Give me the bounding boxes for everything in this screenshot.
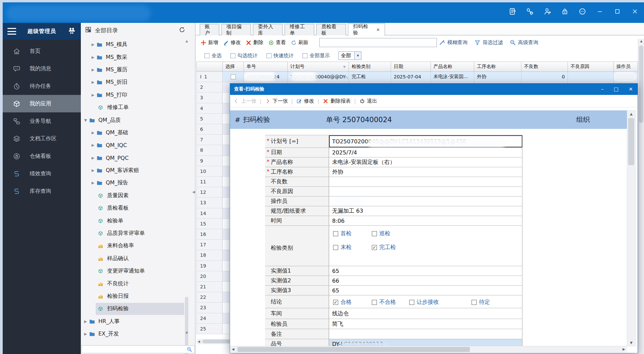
checkbox-icon[interactable] bbox=[204, 53, 210, 58]
delete-button[interactable]: 删除 bbox=[246, 39, 263, 46]
add-button[interactable]: 新增 bbox=[200, 39, 218, 46]
edit-button[interactable]: 修改 bbox=[223, 39, 241, 46]
next-record-button[interactable]: 下一张 bbox=[265, 98, 288, 104]
tree-item-folder[interactable]: ▶QM_PQC bbox=[81, 152, 195, 164]
chevron-right-icon[interactable]: ▶ bbox=[91, 131, 95, 135]
tree-item-folder[interactable]: ▶EX_开发 bbox=[81, 328, 195, 340]
sidebar-item-3[interactable]: 待办任务 bbox=[3, 77, 81, 95]
tree-item-chart[interactable]: 来料合格率 bbox=[81, 240, 195, 252]
checkbox-icon[interactable] bbox=[372, 300, 377, 305]
tree-item-chart[interactable]: 样品确认 bbox=[81, 252, 195, 265]
delete-report-button[interactable]: 删除报表 bbox=[323, 98, 351, 104]
checkbox-icon[interactable] bbox=[333, 245, 338, 250]
tab-账户[interactable]: 账户 bbox=[200, 24, 219, 35]
advanced-search-button[interactable]: 高级查询 bbox=[510, 39, 538, 46]
chevron-right-icon[interactable]: ▶ bbox=[84, 319, 88, 324]
checkbox-icon[interactable] bbox=[266, 53, 271, 58]
chevron-right-icon[interactable]: ▶ bbox=[91, 68, 95, 72]
dialog-close-icon[interactable]: ✕ bbox=[629, 87, 633, 92]
filter-button[interactable]: 筛选过滤 bbox=[474, 39, 503, 46]
key-settings-icon[interactable] bbox=[525, 7, 534, 16]
grid-hscrollbar[interactable]: ◀ bbox=[197, 339, 230, 344]
switch-role-icon[interactable] bbox=[67, 27, 76, 36]
scroll-up-icon[interactable]: ▲ bbox=[638, 39, 644, 43]
tree-item-cube[interactable]: 质量因素 bbox=[81, 189, 195, 202]
column-filter-icon[interactable] bbox=[342, 65, 347, 70]
chevron-right-icon[interactable]: ▶ bbox=[91, 156, 95, 160]
chevron-right-icon[interactable]: ▶ bbox=[91, 80, 95, 84]
tab-项目编制[interactable]: 项目编制 bbox=[221, 24, 251, 35]
tree-item-folder[interactable]: ▶MS_履历 bbox=[81, 64, 195, 76]
sidebar-item-6[interactable]: 文档工作区 bbox=[3, 130, 81, 147]
tree-scrollbar[interactable]: ▲ ▼ bbox=[185, 39, 189, 344]
dialog-hscrollbar[interactable]: ◀ ▶ bbox=[230, 346, 627, 353]
switch-user-icon[interactable] bbox=[543, 7, 552, 16]
view-button[interactable]: 查看 bbox=[268, 39, 286, 46]
menu-toggle-icon[interactable] bbox=[7, 28, 16, 35]
tree-item-cube[interactable]: 变更评审通知单 bbox=[81, 265, 195, 277]
tree-item-folder[interactable]: ▶MS_打印 bbox=[81, 89, 195, 101]
table-row[interactable]: I125070400024TO25070200040@@DY-...完工检202… bbox=[196, 72, 638, 82]
collapse-panel-icon[interactable]: ◀ bbox=[192, 190, 195, 194]
checkbox-option-末检[interactable]: 末检 bbox=[333, 244, 352, 251]
scrollbar-thumb[interactable] bbox=[237, 347, 470, 352]
type-dropdown[interactable]: 全部▼ bbox=[339, 51, 361, 60]
sidebar-item-8[interactable]: 绩效查询 bbox=[3, 165, 81, 182]
tree-refresh-icon[interactable] bbox=[179, 26, 186, 35]
sidebar-item-7[interactable]: 仓储看板 bbox=[3, 147, 81, 165]
checkbox-icon[interactable] bbox=[230, 53, 235, 58]
tab-扫码检验[interactable]: 扫码检验✕ bbox=[348, 23, 385, 36]
filter-checkbox-4[interactable]: 全部显示 bbox=[302, 52, 330, 59]
chevron-right-icon[interactable]: ▶ bbox=[84, 332, 88, 336]
scrollbar-thumb[interactable] bbox=[639, 45, 643, 123]
sidebar-item-4[interactable]: 我的应用 bbox=[3, 95, 81, 112]
checkbox-icon[interactable] bbox=[472, 300, 477, 305]
scroll-down-icon[interactable]: ▼ bbox=[185, 331, 189, 335]
scroll-left-icon[interactable]: ◀ bbox=[232, 347, 234, 351]
dialog-vscrollbar[interactable]: ▲ ▼ bbox=[627, 110, 636, 346]
scroll-up-icon[interactable]: ▲ bbox=[627, 112, 635, 116]
tree-item-folder[interactable]: ▶QM_报告 bbox=[81, 177, 195, 189]
exit-button[interactable]: 退出 bbox=[359, 98, 377, 104]
dialog-title-bar[interactable]: 查看-扫码检验 –□✕ bbox=[230, 83, 638, 95]
checkbox-icon[interactable] bbox=[409, 300, 414, 305]
tree-item-folder[interactable]: ▶MS_模具 bbox=[81, 38, 195, 51]
tree-item-cube[interactable]: 检验单 bbox=[81, 214, 195, 227]
checkbox-option-待定[interactable]: 待定 bbox=[472, 298, 490, 306]
scroll-up-icon[interactable]: ▲ bbox=[185, 39, 189, 43]
filter-checkbox-3[interactable]: 快速统计 bbox=[266, 52, 294, 59]
chevron-right-icon[interactable]: ▶ bbox=[91, 42, 95, 47]
scrollbar-thumb[interactable] bbox=[628, 118, 634, 165]
checkbox-icon[interactable] bbox=[333, 231, 338, 236]
checkbox-icon[interactable] bbox=[372, 231, 377, 236]
tab-质检看板[interactable]: 质检看板 bbox=[316, 24, 346, 35]
tree-item-folder[interactable]: ▶MS_数采 bbox=[81, 51, 195, 63]
tree-item-folder[interactable]: ▶MS_折旧 bbox=[81, 76, 195, 88]
sidebar-item-5[interactable]: 业务导航 bbox=[3, 112, 81, 130]
sidebar-item-1[interactable]: 首页 bbox=[3, 42, 81, 60]
sidebar-item-9[interactable]: 库存查询 bbox=[3, 182, 81, 200]
close-icon[interactable] bbox=[631, 7, 639, 16]
scroll-down-icon[interactable]: ▼ bbox=[627, 341, 635, 345]
field-value[interactable]: TO25070200040@@DY-LC1613430113@1@430 bbox=[329, 135, 522, 147]
checkbox-option-不合格[interactable]: 不合格 bbox=[372, 298, 396, 306]
chevron-right-icon[interactable]: ▶ bbox=[91, 168, 95, 173]
tree-item-cube[interactable]: 维修工单 bbox=[81, 101, 195, 114]
refresh-button[interactable]: 刷新 bbox=[291, 39, 309, 46]
minimize-icon[interactable] bbox=[595, 7, 604, 16]
sidebar-item-2[interactable]: 我的消息 bbox=[3, 60, 81, 77]
tree-item-folder[interactable]: ▶QM_基础 bbox=[81, 127, 195, 139]
checkbox-option-合格[interactable]: ✓合格 bbox=[333, 298, 352, 306]
checkbox-icon[interactable]: ✓ bbox=[333, 300, 338, 305]
grid-vscrollbar[interactable]: ▲ bbox=[638, 39, 644, 354]
tab-委外入库[interactable]: 委外入库 bbox=[253, 24, 283, 35]
maximize-icon[interactable] bbox=[613, 7, 622, 16]
dialog-minimize-icon[interactable]: – bbox=[601, 87, 604, 92]
lock-icon[interactable] bbox=[560, 7, 569, 16]
tree-item-cube[interactable]: 质检看板 bbox=[81, 202, 195, 214]
tree-item-cube[interactable]: 品质异常评审单 bbox=[81, 227, 195, 240]
tree-item-folder[interactable]: ▶QM_客诉索赔 bbox=[81, 164, 195, 177]
chevron-right-icon[interactable]: ▶ bbox=[91, 181, 95, 185]
checkbox-option-完工检[interactable]: ✓完工检 bbox=[372, 244, 396, 251]
more-circle-icon[interactable] bbox=[578, 7, 587, 16]
